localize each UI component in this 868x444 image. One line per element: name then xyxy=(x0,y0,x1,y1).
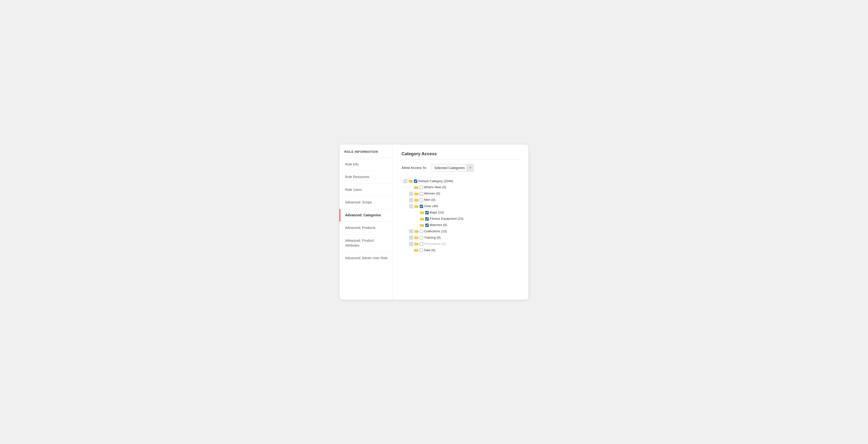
svg-rect-5 xyxy=(414,187,418,189)
svg-rect-11 xyxy=(414,199,418,202)
folder-icon xyxy=(420,224,424,227)
collapse-icon[interactable]: − xyxy=(403,179,407,183)
folder-icon xyxy=(414,205,419,208)
svg-rect-17 xyxy=(420,212,424,214)
node-label-bags: Bags (14) xyxy=(430,210,444,215)
tree-row-women[interactable]: + Women (0) xyxy=(409,191,520,197)
tree-row-training[interactable]: + Training (6) xyxy=(409,235,520,240)
sidebar-nav: Role InfoRole ResourcesRole UsersAdvance… xyxy=(340,158,393,265)
folder-icon xyxy=(414,248,418,252)
tree-row-men[interactable]: + Men (0) xyxy=(409,197,520,203)
form-row-access: Allow Access To Selected CategoriesAll C… xyxy=(402,164,520,172)
svg-rect-8 xyxy=(414,193,418,195)
svg-rect-14 xyxy=(414,206,418,208)
section-title: Category Access xyxy=(402,151,520,159)
access-select[interactable]: Selected CategoriesAll Categories xyxy=(431,164,474,172)
checkbox-whats-new[interactable] xyxy=(420,186,423,189)
checkbox-gear[interactable] xyxy=(420,205,423,208)
checkbox-sale[interactable] xyxy=(420,248,423,252)
tree-node-women: + Women (0) xyxy=(409,191,520,197)
expand-icon[interactable]: + xyxy=(409,236,413,240)
expand-icon[interactable]: + xyxy=(409,229,413,233)
node-label-watches: Watches (9) xyxy=(430,223,447,228)
sidebar: ROLE INFORMATION Role InfoRole Resources… xyxy=(340,145,393,300)
checkbox-bags[interactable] xyxy=(425,211,429,214)
tree-row-whats-new[interactable]: What's New (0) xyxy=(409,184,520,190)
sidebar-item-role-resources[interactable]: Role Resources xyxy=(340,171,393,184)
svg-rect-20 xyxy=(420,218,424,220)
folder-icon xyxy=(414,186,418,189)
svg-rect-2 xyxy=(409,180,413,183)
sidebar-item-advanced-admin-user-role[interactable]: Advanced: Admin User Role xyxy=(340,252,393,265)
tree-node-whats-new: What's New (0) xyxy=(409,184,520,190)
sidebar-item-advanced-scope[interactable]: Advanced: Scope xyxy=(340,196,393,209)
tree-node-sale: Sale (0) xyxy=(409,247,520,253)
folder-icon xyxy=(420,211,424,214)
checkbox-women[interactable] xyxy=(420,192,423,196)
children-default-category: What's New (0)+ Women (0)+ Men (0)− Gear… xyxy=(409,184,520,253)
allow-access-label: Allow Access To xyxy=(402,164,426,170)
node-label-collections: Collections (13) xyxy=(424,229,447,234)
main-content: Category Access Allow Access To Selected… xyxy=(393,145,528,300)
node-label-sale: Sale (0) xyxy=(424,247,435,253)
tree-node-gear: − Gear (46) Bags (14) Fitness Equipment … xyxy=(409,204,520,228)
node-label-default-category: Default Category (2046) xyxy=(418,179,453,184)
sidebar-header: ROLE INFORMATION xyxy=(340,145,393,158)
node-label-fitness-equipment: Fitness Equipment (23) xyxy=(430,216,464,221)
sidebar-item-advanced-products[interactable]: Advanced: Products xyxy=(340,221,393,235)
tree-row-collections[interactable]: + Collections (13) xyxy=(409,229,520,234)
folder-icon xyxy=(420,217,424,221)
tree-row-watches[interactable]: Watches (9) xyxy=(415,223,520,228)
collapse-icon[interactable]: − xyxy=(409,204,413,208)
tree-node-fitness-equipment: Fitness Equipment (23) xyxy=(415,216,520,221)
tree-node-watches: Watches (9) xyxy=(415,223,520,228)
checkbox-watches[interactable] xyxy=(425,224,429,227)
page-wrapper: ROLE INFORMATION Role InfoRole Resources… xyxy=(340,145,528,300)
svg-rect-35 xyxy=(414,249,418,252)
checkbox-promotions[interactable] xyxy=(420,242,423,246)
node-label-men: Men (0) xyxy=(424,197,435,203)
checkbox-default-category[interactable] xyxy=(414,179,417,183)
expand-icon[interactable]: + xyxy=(409,198,413,202)
checkbox-collections[interactable] xyxy=(420,230,423,233)
tree-row-fitness-equipment[interactable]: Fitness Equipment (23) xyxy=(415,216,520,221)
tree-node-default-category: − Default Category (2046) What's New (0)… xyxy=(403,179,520,253)
folder-icon xyxy=(414,192,419,196)
tree-row-bags[interactable]: Bags (14) xyxy=(415,210,520,215)
svg-rect-29 xyxy=(414,237,418,239)
svg-rect-26 xyxy=(414,231,418,233)
sidebar-item-advanced-product-attributes[interactable]: Advanced: Product Attributes xyxy=(340,235,393,252)
node-label-promotions: Promotions (0) xyxy=(424,241,445,247)
tree-row-gear[interactable]: − Gear (46) xyxy=(409,204,520,209)
tree-node-collections: + Collections (13) xyxy=(409,229,520,234)
checkbox-training[interactable] xyxy=(420,236,423,239)
svg-rect-23 xyxy=(420,225,424,227)
node-label-training: Training (6) xyxy=(424,235,441,240)
tree-row-sale[interactable]: Sale (0) xyxy=(409,247,520,253)
node-label-gear: Gear (46) xyxy=(424,204,438,209)
sidebar-item-role-users[interactable]: Role Users xyxy=(340,184,393,197)
folder-icon xyxy=(414,230,419,233)
folder-icon xyxy=(414,242,419,246)
folder-icon xyxy=(414,198,419,202)
node-label-women: Women (0) xyxy=(424,191,440,197)
expand-icon[interactable]: + xyxy=(409,242,413,246)
checkbox-men[interactable] xyxy=(420,198,423,202)
checkbox-fitness-equipment[interactable] xyxy=(425,217,429,221)
tree-row-default-category[interactable]: − Default Category (2046) xyxy=(403,179,520,184)
folder-icon xyxy=(409,179,413,183)
tree-node-training: + Training (6) xyxy=(409,235,520,240)
tree-node-bags: Bags (14) xyxy=(415,210,520,215)
folder-icon xyxy=(414,236,419,239)
children-gear: Bags (14) Fitness Equipment (23) Watches… xyxy=(415,210,520,228)
tree-node-men: + Men (0) xyxy=(409,197,520,203)
main-card: ROLE INFORMATION Role InfoRole Resources… xyxy=(340,145,528,300)
tree-row-promotions[interactable]: + Promotions (0) xyxy=(409,241,520,247)
svg-rect-32 xyxy=(414,243,418,245)
access-select-wrapper[interactable]: Selected CategoriesAll Categories ▾ xyxy=(431,164,474,172)
node-label-whats-new: What's New (0) xyxy=(424,184,446,190)
sidebar-item-advanced-categories[interactable]: Advanced: Categories xyxy=(340,209,393,222)
tree-node-promotions: + Promotions (0) xyxy=(409,241,520,247)
expand-icon[interactable]: + xyxy=(409,192,413,196)
sidebar-item-role-info[interactable]: Role Info xyxy=(340,158,393,171)
